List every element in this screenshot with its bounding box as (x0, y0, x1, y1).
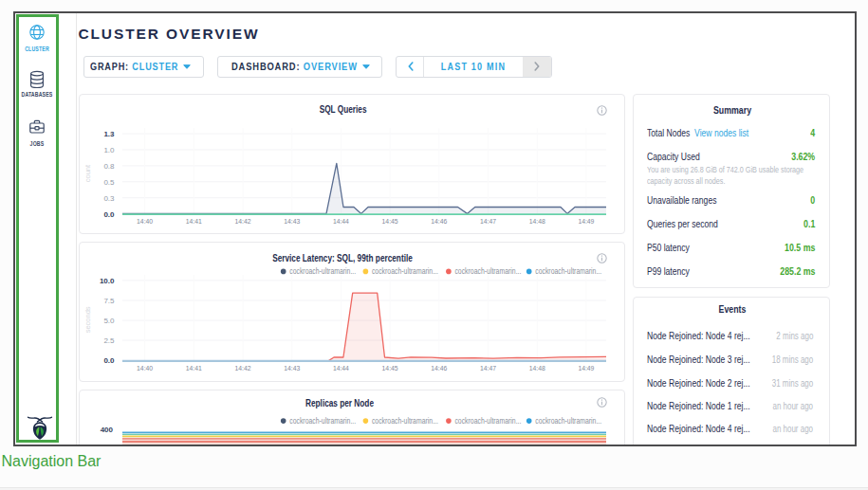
svg-text:0.8: 0.8 (103, 161, 115, 170)
svg-text:cockroach-ultramarin...: cockroach-ultramarin... (454, 266, 521, 276)
svg-text:14:43: 14:43 (284, 363, 300, 372)
svg-text:1.3: 1.3 (103, 130, 115, 138)
svg-text:7.5: 7.5 (103, 296, 115, 304)
svg-text:cockroach-ultramarin...: cockroach-ultramarin... (535, 266, 601, 276)
svg-text:cockroach-ultramarin...: cockroach-ultramarin... (289, 416, 356, 426)
svg-text:1.0: 1.0 (103, 145, 115, 154)
svg-text:14:40: 14:40 (137, 216, 153, 225)
svg-text:14:45: 14:45 (382, 363, 398, 372)
svg-text:count: count (83, 164, 92, 182)
svg-text:400: 400 (101, 425, 114, 433)
svg-text:14:48: 14:48 (529, 363, 545, 372)
svg-text:14:40: 14:40 (137, 363, 153, 372)
svg-text:14:45: 14:45 (382, 216, 398, 225)
svg-text:cockroach-ultramarin...: cockroach-ultramarin... (289, 266, 356, 276)
svg-text:cockroach-ultramarin...: cockroach-ultramarin... (372, 416, 438, 426)
svg-text:14:46: 14:46 (431, 216, 447, 225)
svg-text:14:42: 14:42 (235, 363, 251, 372)
svg-text:14:41: 14:41 (186, 216, 202, 225)
svg-text:14:49: 14:49 (578, 216, 594, 225)
svg-text:5.0: 5.0 (103, 317, 115, 325)
svg-text:2.5: 2.5 (103, 336, 115, 345)
svg-text:14:48: 14:48 (529, 216, 545, 225)
svg-text:0.0: 0.0 (103, 209, 115, 218)
svg-text:14:44: 14:44 (333, 363, 349, 372)
svg-text:14:47: 14:47 (480, 363, 496, 372)
svg-text:14:47: 14:47 (480, 216, 496, 225)
svg-text:seconds: seconds (83, 306, 92, 333)
svg-text:14:42: 14:42 (235, 216, 251, 225)
svg-text:14:44: 14:44 (333, 216, 349, 225)
svg-text:14:43: 14:43 (284, 216, 300, 225)
svg-text:cockroach-ultramarin...: cockroach-ultramarin... (535, 416, 601, 426)
svg-text:10.0: 10.0 (100, 276, 115, 284)
svg-text:14:41: 14:41 (186, 363, 202, 372)
svg-text:0.5: 0.5 (103, 177, 115, 186)
svg-text:cockroach-ultramarin...: cockroach-ultramarin... (454, 416, 521, 426)
svg-text:cockroach-ultramarin...: cockroach-ultramarin... (372, 266, 438, 276)
svg-text:0.3: 0.3 (103, 193, 115, 202)
svg-text:14:49: 14:49 (578, 363, 594, 372)
svg-text:14:46: 14:46 (431, 363, 447, 372)
svg-text:0.0: 0.0 (103, 356, 115, 365)
